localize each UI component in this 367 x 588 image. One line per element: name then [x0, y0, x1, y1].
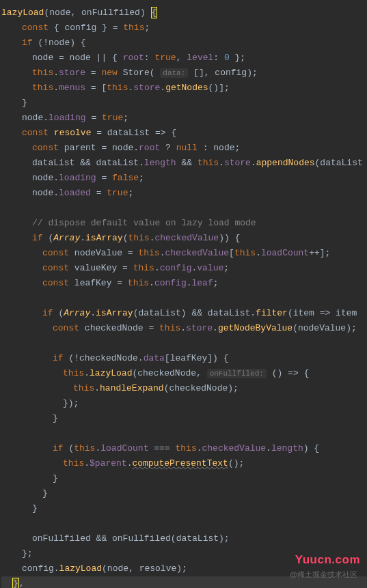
- code-line: node.loaded = true;: [1, 186, 367, 201]
- code-line: const { config } = this;: [1, 20, 367, 36]
- code-line: node.loading = true;: [1, 111, 367, 126]
- code-line: const resolve = dataList => {: [1, 126, 367, 141]
- code-line: this.menus = [this.store.getNodes()];: [1, 81, 367, 96]
- code-line: [1, 291, 367, 306]
- code-line: }: [1, 501, 367, 516]
- code-line: if (!node) {: [1, 36, 367, 51]
- code-line: const checkedNode = this.store.getNodeBy…: [1, 321, 367, 336]
- code-line: if (!checkedNode.data[leafKey]) {: [1, 351, 367, 366]
- code-line: const valueKey = this.config.value;: [1, 261, 367, 276]
- code-line: const leafKey = this.config.leaf;: [1, 276, 367, 291]
- code-editor[interactable]: lazyLoad(node, onFullfiled) { const { co…: [0, 0, 367, 588]
- code-line: this.store = new Store( data: [], config…: [1, 66, 367, 81]
- code-line: [1, 201, 367, 216]
- code-line: this.lazyLoad(checkedNode, onFullfiled: …: [1, 366, 367, 381]
- code-line: const parent = node.root ? null : node;: [1, 141, 367, 156]
- code-line: }: [1, 471, 367, 486]
- code-line: this.$parent.computePresentText();: [1, 456, 367, 471]
- code-line: node = node || { root: true, level: 0 };: [1, 51, 367, 66]
- code-line: });: [1, 396, 367, 411]
- code-line: const nodeValue = this.checkedValue[this…: [1, 246, 367, 261]
- code-line: }: [1, 411, 367, 426]
- code-line: [1, 336, 367, 351]
- code-line: this.handleExpand(checkedNode);: [1, 381, 367, 396]
- code-line: lazyLoad(node, onFullfiled) {: [1, 5, 367, 20]
- brand-watermark: Yuucn.com: [295, 552, 360, 568]
- code-line: node.loading = false;: [1, 171, 367, 186]
- code-line: if (Array.isArray(dataList) && dataList.…: [1, 306, 367, 321]
- code-line: if (Array.isArray(this.checkedValue)) {: [1, 231, 367, 246]
- community-watermark: @稀土掘金技术社区: [290, 567, 357, 582]
- code-line: [1, 516, 367, 531]
- code-line: if (this.loadCount === this.checkedValue…: [1, 441, 367, 456]
- code-line: dataList && dataList.length && this.stor…: [1, 156, 367, 171]
- code-line: // dispose default value on lazy load mo…: [1, 216, 367, 231]
- code-line: }: [1, 486, 367, 501]
- code-line: [1, 426, 367, 441]
- code-line: onFullfiled && onFullfiled(dataList);: [1, 531, 367, 546]
- code-line: }: [1, 96, 367, 111]
